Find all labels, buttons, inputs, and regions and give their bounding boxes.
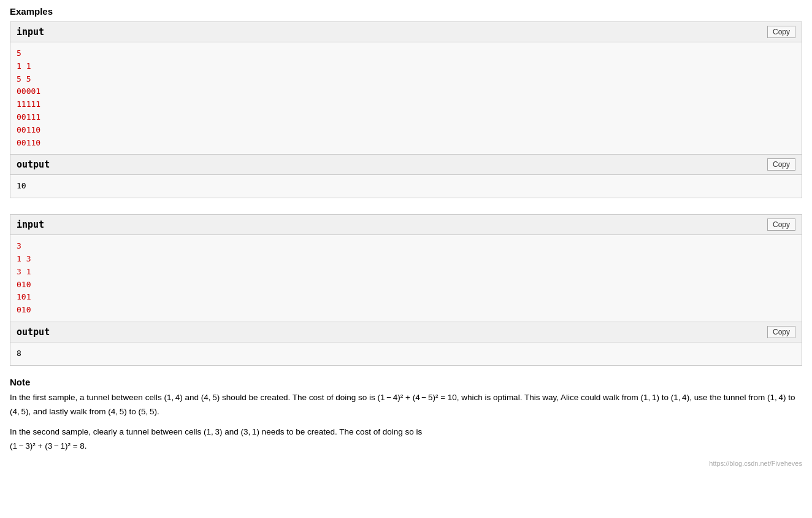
example-1-output-label: output [17, 159, 50, 170]
code-line: 00110 [17, 138, 40, 147]
note-section: Note In the first sample, a tunnel betwe… [10, 377, 802, 467]
example-2-input-header: input Copy [10, 215, 802, 235]
list-item: 010 [17, 304, 795, 317]
code-line: 00110 [17, 125, 40, 134]
list-item: 5 [17, 47, 795, 60]
note-text: In the first sample, a tunnel between ce… [10, 391, 802, 454]
example-2-output-box: output Copy 8 [10, 322, 802, 366]
note-title: Note [10, 377, 802, 387]
code-line: 1 1 [17, 61, 31, 71]
example-2-output-label: output [17, 327, 50, 338]
list-item: 1 1 [17, 60, 795, 73]
example-block-1: input Copy 5 1 1 5 5 00001 11111 00111 0… [10, 21, 802, 198]
list-item: 10 [17, 180, 795, 193]
list-item: 5 5 [17, 73, 795, 86]
example-2-input-copy-button[interactable]: Copy [767, 218, 795, 231]
list-item: 3 [17, 240, 795, 253]
example-block-2: input Copy 3 1 3 3 1 010 101 010 output … [10, 214, 802, 366]
code-line: 010 [17, 280, 31, 289]
example-2-output-copy-button[interactable]: Copy [767, 326, 795, 338]
code-line: 5 [17, 48, 21, 58]
code-line: 00001 [17, 87, 40, 96]
section-title: Examples [10, 6, 802, 17]
example-1-output-header: output Copy [10, 155, 802, 175]
list-item: 3 1 [17, 266, 795, 279]
example-2-input-label: input [17, 219, 44, 230]
example-1-output-content: 10 [10, 175, 802, 198]
footer-url: https://blog.csdn.net/Fiveheves [10, 460, 802, 467]
example-2-output-header: output Copy [10, 322, 802, 342]
code-line: 3 [17, 241, 21, 250]
note-paragraph-2: In the second sample, clearly a tunnel b… [10, 425, 802, 454]
list-item: 8 [17, 347, 795, 360]
example-1-input-label: input [17, 26, 44, 37]
example-2-input-box: input Copy 3 1 3 3 1 010 101 010 [10, 214, 802, 322]
list-item: 1 3 [17, 253, 795, 266]
code-line: 8 [17, 349, 21, 358]
example-1-input-header: input Copy [10, 22, 802, 42]
list-item: 00110 [17, 137, 795, 150]
example-1-output-copy-button[interactable]: Copy [767, 158, 795, 171]
list-item: 11111 [17, 98, 795, 111]
code-line: 5 5 [17, 74, 31, 83]
code-line: 00111 [17, 112, 40, 122]
code-line: 3 1 [17, 267, 31, 276]
example-1-input-box: input Copy 5 1 1 5 5 00001 11111 00111 0… [10, 21, 802, 155]
list-item: 101 [17, 291, 795, 304]
example-1-input-copy-button[interactable]: Copy [767, 26, 795, 38]
code-line: 010 [17, 305, 31, 314]
list-item: 00110 [17, 124, 795, 137]
list-item: 00111 [17, 111, 795, 124]
spacer [10, 206, 802, 214]
code-line: 1 3 [17, 254, 31, 263]
note-paragraph-1: In the first sample, a tunnel between ce… [10, 391, 802, 419]
example-2-output-content: 8 [10, 342, 802, 365]
code-line: 11111 [17, 99, 40, 109]
list-item: 00001 [17, 85, 795, 98]
list-item: 010 [17, 279, 795, 292]
code-line: 10 [17, 181, 26, 190]
example-1-output-box: output Copy 10 [10, 155, 802, 198]
example-2-input-content: 3 1 3 3 1 010 101 010 [10, 235, 802, 322]
code-line: 101 [17, 292, 31, 301]
example-1-input-content: 5 1 1 5 5 00001 11111 00111 00110 00110 [10, 42, 802, 154]
